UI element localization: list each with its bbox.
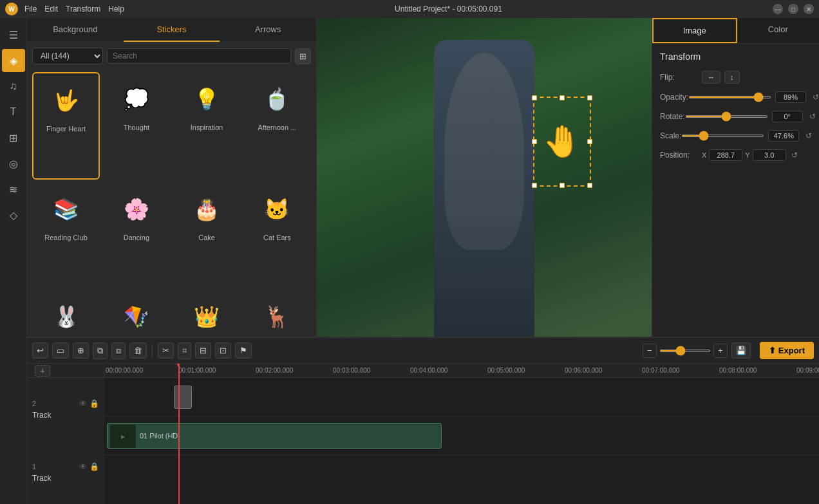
paste-button[interactable]: ⧈	[111, 342, 126, 359]
scale-slider[interactable]	[681, 135, 764, 137]
add-track-button[interactable]: +	[35, 365, 50, 377]
timeline-body: + 2 👁 🔒 Track 1	[27, 364, 819, 504]
export-icon: ⬆	[769, 346, 776, 355]
maximize-button[interactable]: □	[788, 4, 798, 14]
position-y-input[interactable]	[753, 149, 786, 161]
scale-value: 47.6%	[768, 130, 799, 142]
video-clip-label: 01 Pilot (HD)	[140, 432, 180, 440]
tab-image[interactable]: Image	[652, 18, 737, 43]
icon-effects[interactable]: ◎	[2, 152, 25, 175]
rotate-reset-button[interactable]: ↺	[807, 112, 818, 121]
sticker-item-finger-heart[interactable]: 🤟 Finger Heart	[32, 72, 100, 180]
add-media-button[interactable]: ⊕	[73, 342, 89, 359]
pos-x-label: X	[702, 151, 706, 159]
copy-button[interactable]: ⧉	[93, 342, 108, 359]
sticker-label-thought: Thought	[124, 124, 149, 131]
icon-layers[interactable]: ☰	[2, 23, 25, 46]
track-2-lock-icon[interactable]: 🔒	[89, 399, 99, 408]
flip-vertical-button[interactable]: ↕	[724, 71, 740, 84]
flip-control: ↔ ↕	[702, 71, 811, 84]
sticker-item-reading-club[interactable]: 📚 Reading Club	[32, 182, 100, 287]
sticker-thumb-reading-club: 📚	[43, 186, 89, 232]
track-2-visibility-icon[interactable]: 👁	[79, 399, 87, 408]
timeline-tracks-area[interactable]: 00:00:00.000 00:01:00.000 00:02:00.000 0…	[104, 364, 819, 504]
sticker-item-cake[interactable]: 🎂 Cake	[173, 182, 241, 287]
icon-text[interactable]: T	[2, 100, 25, 124]
sticker-item-thought[interactable]: 💭 Thought	[102, 72, 170, 180]
sticker-item-afternoon[interactable]: 🍵 Afternoon ...	[243, 72, 311, 180]
track-labels: + 2 👁 🔒 Track 1	[27, 364, 104, 504]
scale-reset-button[interactable]: ↺	[803, 131, 814, 140]
position-label: Position:	[660, 151, 702, 160]
crop-button[interactable]: ⌗	[178, 342, 191, 359]
track-1-lock-icon[interactable]: 🔒	[89, 462, 99, 471]
ruler-tick-5: 00:05:00.000	[487, 367, 525, 374]
grid-toggle-button[interactable]: ⊞	[295, 48, 311, 64]
save-button[interactable]: 💾	[731, 342, 751, 359]
sticker-thumb-cat-ears: 🐱	[254, 186, 300, 232]
ruler-tick-6: 00:06:00.000	[565, 367, 602, 374]
search-input[interactable]	[107, 48, 291, 64]
position-x-input[interactable]	[709, 149, 742, 161]
sticker-item-dancing[interactable]: 🌸 Dancing	[102, 182, 170, 287]
menu-edit[interactable]: Edit	[44, 5, 58, 14]
sticker-clip[interactable]	[174, 386, 192, 409]
tab-background[interactable]: Background	[27, 18, 124, 42]
sticker-thumb-thought: 💭	[113, 76, 160, 122]
menu-file[interactable]: File	[24, 5, 37, 14]
panel-tabs: Background Stickers Arrows	[27, 18, 316, 42]
sticker-thumb-finger-heart: 🤟	[43, 77, 89, 124]
track-2-number: 2	[32, 400, 36, 407]
sticker-item-inspiration[interactable]: 💡 Inspiration	[173, 72, 241, 180]
sticker-item-cat-ears[interactable]: 🐱 Cat Ears	[243, 182, 311, 287]
sticker-thumb-kites: 🪁	[113, 294, 160, 340]
ruler-tick-4: 00:04:00.000	[410, 367, 447, 374]
icon-transitions[interactable]: ≋	[2, 178, 25, 201]
position-reset-button[interactable]: ↺	[789, 151, 800, 160]
marker-button[interactable]: ⚑	[235, 342, 252, 359]
position-control: X Y ↺	[702, 149, 811, 161]
category-dropdown[interactable]: All (144)	[32, 48, 103, 64]
sticker-thumb-dancing: 🌸	[113, 186, 160, 232]
icon-audio[interactable]: ♫	[2, 75, 25, 98]
zoom-slider[interactable]	[659, 350, 711, 352]
icon-overlay[interactable]: ⊞	[2, 126, 25, 149]
icon-stickers[interactable]: ◈	[2, 49, 25, 72]
icon-mask[interactable]: ◇	[2, 203, 25, 227]
export-button[interactable]: ⬆ Export	[760, 342, 814, 359]
track-1-visibility-icon[interactable]: 👁	[79, 462, 87, 471]
tab-arrows[interactable]: Arrows	[220, 18, 316, 42]
playhead[interactable]	[178, 364, 180, 504]
flip-horizontal-button[interactable]: ↔	[702, 71, 720, 84]
delete-button[interactable]: 🗑	[129, 342, 147, 359]
right-panel-tabs: Image Color	[652, 18, 819, 44]
scale-label: Scale:	[660, 131, 681, 140]
opacity-reset-button[interactable]: ↺	[810, 93, 819, 102]
minimize-button[interactable]: —	[773, 4, 783, 14]
timeline-rect-button[interactable]: ▭	[52, 342, 69, 359]
rotate-label: Rotate:	[660, 112, 685, 121]
timeline-ruler: 00:00:00.000 00:01:00.000 00:02:00.000 0…	[104, 364, 819, 378]
split2-button[interactable]: ⊡	[215, 342, 231, 359]
rotate-row: Rotate: 0° ↺	[660, 111, 811, 122]
cut-button[interactable]: ✂	[158, 342, 174, 359]
track-2-label: 2 👁 🔒 Track	[27, 378, 104, 441]
zoom-out-button[interactable]: −	[643, 344, 657, 358]
filter-bar: All (144) ⊞	[27, 42, 316, 70]
menu-transform[interactable]: Transform	[66, 5, 100, 14]
split-button[interactable]: ⊟	[195, 342, 211, 359]
track-1-number: 1	[32, 463, 36, 471]
rotate-slider[interactable]	[685, 115, 768, 118]
tab-stickers[interactable]: Stickers	[124, 18, 220, 42]
ruler-tick-1: 00:01:00.000	[178, 367, 216, 374]
video-clip[interactable]: ▶ 01 Pilot (HD)	[107, 423, 442, 449]
opacity-slider[interactable]	[688, 96, 771, 98]
zoom-in-button[interactable]: +	[713, 344, 728, 358]
undo-button[interactable]: ↩	[32, 342, 48, 359]
menu-help[interactable]: Help	[108, 5, 124, 14]
sticker-thumb-crown: 👑	[184, 294, 230, 340]
close-button[interactable]: ✕	[804, 4, 814, 14]
sticker-thumb-bunny-ears: 🐰	[43, 294, 89, 340]
tab-color[interactable]: Color	[737, 18, 820, 43]
flip-row: Flip: ↔ ↕	[660, 71, 811, 84]
